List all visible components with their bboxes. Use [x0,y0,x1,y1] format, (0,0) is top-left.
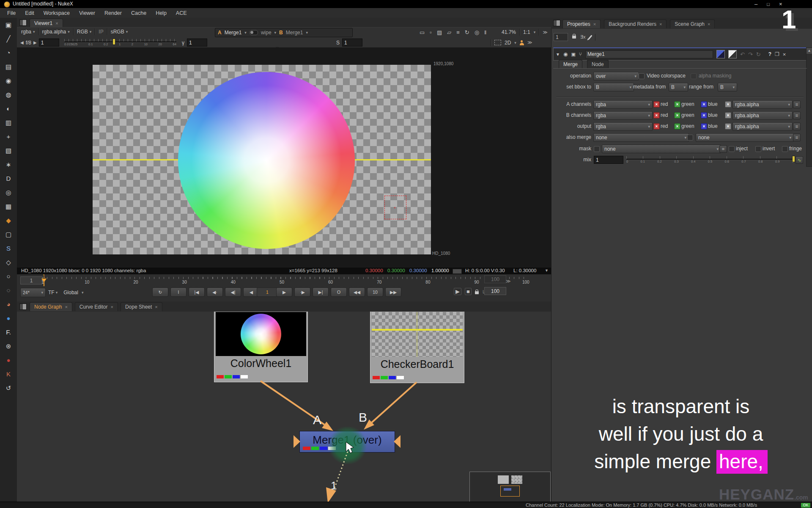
tab-dope-sheet[interactable]: Dope Sheet× [121,302,162,311]
plugin-red-icon[interactable]: ● [0,353,17,367]
frame-range-lock-button[interactable]: I [170,287,187,297]
node-checkerboard1[interactable]: CheckerBoard1 [370,312,464,383]
panel-layout-icon-2[interactable] [19,304,27,310]
gain-slider[interactable]: 0.0156250.10.212102064 [64,38,176,47]
next-frame-button[interactable]: ▶| [313,287,329,297]
panel-layout-icon[interactable] [19,19,27,26]
color-icon[interactable]: ◉ [0,74,17,88]
zoom-level-value[interactable]: 41.7% [502,29,516,35]
tab-background-renders[interactable]: Background Renders× [604,19,667,28]
also-merge-checkbox[interactable] [687,135,693,141]
viewer-canvas[interactable]: 1920,1080 HD_1080 + [17,47,551,268]
blue-channel-checkbox[interactable]: × [701,101,707,108]
lock-panels-icon[interactable] [572,36,576,39]
gear-icon[interactable]: ⊛ [0,339,17,353]
roi-icon[interactable]: ▨ [437,29,442,36]
render-stop-icon[interactable]: ■ [465,288,472,295]
keyer-icon[interactable]: ◐ [0,102,17,116]
plugin-diamond-icon[interactable]: ◇ [0,255,17,269]
tab-node-graph[interactable]: Node Graph× [30,302,72,311]
time-icon[interactable]: ◔ [0,46,17,60]
keylight-icon[interactable]: K [0,367,17,381]
channel-equals-button[interactable]: = [793,112,801,119]
plugin-s-icon[interactable]: S [0,241,17,255]
gain-input[interactable]: 1 [39,39,59,47]
menu-item-help[interactable]: Help [151,10,171,16]
maximize-button[interactable]: □ [767,2,770,7]
viewer-composite-icon[interactable]: ≡ [456,29,460,36]
alpha-channel-dropdown[interactable]: rgba.alpha▾ [732,100,793,109]
framing-icon[interactable]: ◎ [475,29,479,36]
furnace-icon[interactable]: F. [0,325,17,339]
also-merge-dropdown-2[interactable]: none▾ [696,133,794,142]
close-panel-icon[interactable]: × [783,51,786,58]
alpha-channel-dropdown[interactable]: rgba.alpha▾ [732,122,793,131]
range-from-dropdown[interactable]: B▾ [718,83,737,91]
next-keyframe-button[interactable]: ·▶ [294,287,310,297]
red-channel-checkbox[interactable]: × [653,123,660,130]
region-select-icon[interactable] [494,40,501,45]
loop-button[interactable]: ↻ [152,287,168,297]
also-merge-dropdown[interactable]: none▾ [593,133,689,142]
green-channel-checkbox[interactable]: × [674,123,680,130]
channel-layer-dropdown[interactable]: rgba▾ [593,111,653,120]
menu-item-viewer[interactable]: Viewer [74,10,100,16]
red-channel-checkbox[interactable]: × [653,112,660,119]
mask-channel-checkbox[interactable] [594,146,600,152]
monitor-icon[interactable]: ▣ [571,52,575,57]
blue-channel-checkbox[interactable]: × [701,123,707,130]
play-forward-button[interactable]: ▶ [276,287,292,297]
transform-icon[interactable]: + [0,130,17,144]
views-icon[interactable]: ◎ [0,185,17,199]
inject-checkbox[interactable] [729,146,735,152]
channel-equals-button[interactable]: = [793,123,801,130]
tab-viewer1-close-icon[interactable]: × [55,21,58,26]
menu-item-render[interactable]: Render [100,10,126,16]
range-end-faded-box[interactable]: 100 [484,275,506,283]
video-colorspace-checkbox[interactable] [639,73,645,79]
green-channel-checkbox[interactable]: × [674,112,680,119]
wrench-icon[interactable]: ⑂ [579,51,582,57]
tab-close-icon[interactable]: × [708,22,710,27]
help-button[interactable]: ? [768,51,771,57]
input-process-toggle[interactable]: IP [99,29,103,35]
timeline-chevron-icon[interactable]: ≫ [506,279,511,284]
deep-icon[interactable]: D [0,171,17,185]
frame-cycle-button[interactable]: O [331,287,347,297]
tf-dropdown[interactable]: TF▾ [48,290,58,295]
menu-item-edit[interactable]: Edit [20,10,39,16]
channel-layer-dropdown[interactable]: rgba▾ [593,122,653,131]
range-mode-dropdown[interactable]: Global▾ [63,290,83,295]
display-channel-dropdown[interactable]: RGB▾ [77,29,92,35]
aspect-ratio-dropdown[interactable]: 1:1 [523,29,530,35]
tab-node[interactable]: Node [587,60,609,68]
tab-close-icon[interactable]: × [593,22,596,27]
prev-keyframe-button[interactable]: ◀· [207,287,223,297]
bbox-dropdown[interactable]: B▾ [593,83,634,91]
revert-icon[interactable]: ↻ [756,51,761,58]
saturation-input[interactable]: 1 [342,39,362,47]
particles-icon[interactable]: ∗ [0,157,17,171]
plugin-blue-icon[interactable]: ● [0,311,17,325]
goto-start-button[interactable]: |◀ [189,287,205,297]
wipe-toggle[interactable] [250,30,258,35]
draw-icon[interactable]: ╱ [0,32,17,46]
mask-dropdown[interactable]: none▾ [602,145,721,153]
merge-icon[interactable]: ▥ [0,116,17,130]
float-panel-icon[interactable]: ❐ [775,51,779,57]
timeline-ruler[interactable]: 1102030405060708090100 1 [42,276,524,286]
scroll-up-icon[interactable]: ▲ [807,48,812,54]
menu-item-cache[interactable]: Cache [126,10,151,16]
header-caret-icon[interactable]: ▼ [556,52,560,57]
gamma-input[interactable]: 1 [187,39,207,47]
flipbook-play-icon[interactable]: ▶ [454,288,461,295]
tab-properties[interactable]: Properties× [562,19,601,28]
channels-dropdown[interactable]: rgba▾ [21,29,35,35]
red-channel-checkbox[interactable]: × [653,101,660,108]
tab-merge[interactable]: Merge [559,60,582,68]
also-merge-equals-button[interactable]: = [793,134,801,141]
filter-icon[interactable]: ◍ [0,88,17,102]
tab-close-icon[interactable]: × [111,304,113,309]
undo-icon[interactable]: ↶ [740,51,745,58]
mix-input[interactable]: 1 [594,156,623,164]
